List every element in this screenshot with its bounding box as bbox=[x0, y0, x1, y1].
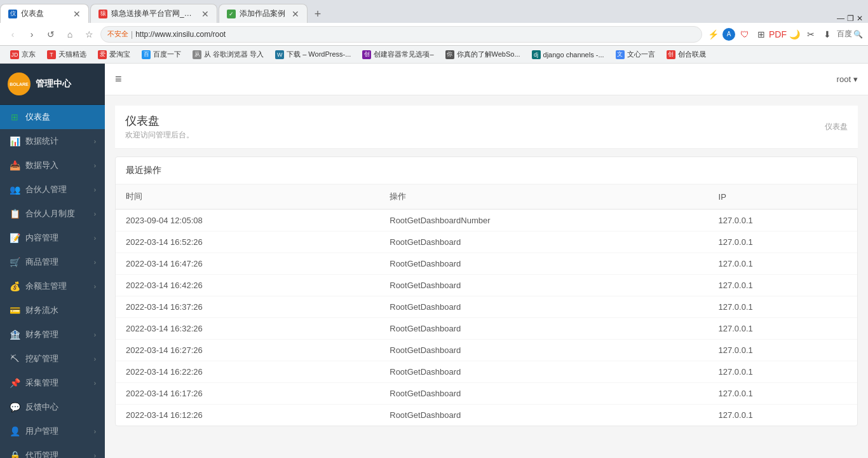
bookmark-django[interactable]: dj django channels -... bbox=[527, 49, 609, 60]
recent-ops-card: 最近操作 时间 操作 IP 2023-09-04 12:05:08 RootGe… bbox=[115, 156, 858, 426]
sidebar-logo: BOLARE 管理中心 bbox=[0, 64, 105, 105]
bookmark-button[interactable]: ☆ bbox=[81, 27, 97, 42]
tab-title-portfolio: 添加作品案例 bbox=[240, 8, 288, 19]
sidebar-item-partner-mgmt[interactable]: 👥 合伙人管理 › bbox=[0, 177, 105, 202]
cell-action: RootGetDashboard bbox=[379, 232, 708, 253]
sidebar-item-finance-flow[interactable]: 💳 财务流水 bbox=[0, 298, 105, 323]
bookmark-icon-wenxin: 文 bbox=[616, 50, 625, 59]
mining-mgmt-icon: ⛏ bbox=[9, 353, 20, 364]
bookmark-chuanghe[interactable]: 创 创合联晟 bbox=[661, 48, 711, 60]
address-bar: ‹ › ↺ ⌂ ☆ 不安全 | http://www.xinsilu.com/r… bbox=[0, 23, 868, 46]
sidebar-item-user-mgmt[interactable]: 👤 用户管理 › bbox=[0, 419, 105, 443]
finance-flow-icon: 💳 bbox=[9, 305, 20, 316]
download-button[interactable]: ⬇ bbox=[820, 27, 834, 41]
page-header: 仪表盘 欢迎访问管理后台。 仪表盘 bbox=[115, 106, 858, 149]
pdf-button[interactable]: PDF bbox=[771, 27, 785, 41]
cell-time: 2022-03-14 16:22:26 bbox=[116, 361, 379, 383]
close-button[interactable]: ✕ bbox=[857, 14, 863, 23]
new-tab-button[interactable]: + bbox=[309, 5, 327, 23]
sidebar-label-mining-mgmt: 挖矿管理 bbox=[25, 353, 94, 364]
sidebar-item-partner-monthly[interactable]: 📋 合伙人月制度 › bbox=[0, 202, 105, 226]
search-engine-selector[interactable]: 百度 🔍 bbox=[837, 29, 863, 39]
sidebar-label-balance-mgmt: 余额主管理 bbox=[25, 281, 94, 292]
sidebar-item-product-mgmt[interactable]: 🛒 商品管理 › bbox=[0, 250, 105, 274]
token-mgmt-icon: 🔒 bbox=[9, 450, 20, 458]
sidebar-item-collect-mgmt[interactable]: 📌 采集管理 › bbox=[0, 371, 105, 395]
sidebar-label-feedback: 反馈中心 bbox=[25, 401, 96, 413]
table-row: 2022-03-14 16:37:26 RootGetDashboard 127… bbox=[116, 296, 857, 318]
cell-ip: 127.0.0.1 bbox=[709, 296, 857, 318]
cell-time: 2022-03-14 16:27:26 bbox=[116, 340, 379, 361]
cell-time: 2022-03-14 16:32:26 bbox=[116, 318, 379, 340]
sidebar-item-token-mgmt[interactable]: 🔒 代币管理 › bbox=[0, 443, 105, 458]
col-ip: IP bbox=[709, 184, 857, 209]
page-title: 仪表盘 bbox=[125, 113, 194, 128]
partner-mgmt-icon: 👥 bbox=[9, 184, 20, 195]
sidebar-item-content-mgmt[interactable]: 📝 内容管理 › bbox=[0, 226, 105, 250]
sidebar-item-mining-mgmt[interactable]: ⛏ 挖矿管理 › bbox=[0, 347, 105, 371]
forward-button[interactable]: › bbox=[24, 27, 39, 42]
feedback-icon: 💬 bbox=[9, 401, 20, 413]
sidebar-label-collect-mgmt: 采集管理 bbox=[25, 377, 94, 389]
menu-toggle-button[interactable]: ≡ bbox=[115, 73, 122, 86]
bookmark-icon-jd: JD bbox=[10, 50, 19, 59]
sidebar-item-dashboard[interactable]: ⊞ 仪表盘 bbox=[0, 105, 105, 129]
finance-mgmt-icon: 🏦 bbox=[9, 329, 20, 340]
tab-close-dashboard[interactable]: ✕ bbox=[73, 9, 81, 19]
bookmark-websocket[interactable]: 你 你真的了解WebSo... bbox=[440, 48, 526, 60]
bookmark-baidu[interactable]: 百 百度一下 bbox=[137, 48, 186, 60]
chevron-right-icon-9: › bbox=[94, 356, 96, 363]
table-head: 时间 操作 IP bbox=[116, 184, 857, 209]
cell-time: 2023-09-04 12:05:08 bbox=[116, 209, 379, 232]
minimize-button[interactable]: — bbox=[837, 14, 844, 23]
reload-button[interactable]: ↺ bbox=[43, 27, 58, 42]
tab-title-dashboard: 仪表盘 bbox=[21, 8, 69, 19]
sidebar-item-finance-mgmt[interactable]: 🏦 财务管理 › bbox=[0, 323, 105, 347]
cell-ip: 127.0.0.1 bbox=[709, 318, 857, 340]
adblock-button[interactable]: 🛡 bbox=[738, 27, 752, 41]
extensions-button[interactable]: ⚡ bbox=[706, 27, 720, 41]
tab-close-baidu[interactable]: ✕ bbox=[201, 9, 209, 19]
bookmark-wenxin[interactable]: 文 文心一言 bbox=[611, 48, 660, 60]
bookmark-wordpress[interactable]: W 下载 – WordPress-... bbox=[270, 48, 356, 60]
profile-button[interactable]: A bbox=[722, 28, 735, 41]
sidebar-item-feedback[interactable]: 💬 反馈中心 bbox=[0, 395, 105, 419]
home-button[interactable]: ⌂ bbox=[62, 27, 78, 42]
bookmark-import[interactable]: 从 从 谷歌浏览器 导入 bbox=[187, 48, 269, 60]
search-icon: 🔍 bbox=[853, 30, 863, 39]
chevron-right-icon-5: › bbox=[94, 235, 96, 242]
browser-tab-baidu[interactable]: 猿 猿急送接单平台官网_百度搜索 ✕ bbox=[90, 4, 217, 23]
table-row: 2022-03-14 16:42:26 RootGetDashboard 127… bbox=[116, 275, 857, 296]
bookmark-taobao[interactable]: 爱 爱淘宝 bbox=[93, 48, 135, 60]
chevron-right-icon-11: › bbox=[94, 428, 96, 435]
chevron-right-icon-2: › bbox=[94, 162, 96, 169]
cell-time: 2022-03-14 16:52:26 bbox=[116, 232, 379, 253]
cell-action: RootGetDashboard bbox=[379, 405, 708, 426]
sidebar-item-balance-mgmt[interactable]: 💰 余额主管理 › bbox=[0, 274, 105, 298]
sidebar-label-data-import: 数据导入 bbox=[25, 160, 94, 171]
user-dropdown[interactable]: root ▾ bbox=[837, 74, 858, 84]
chevron-right-icon: › bbox=[94, 138, 96, 145]
bookmark-label-wordpress: 下载 – WordPress-... bbox=[287, 50, 351, 59]
bookmark-tianmao[interactable]: T 天猫精选 bbox=[42, 48, 92, 60]
cell-ip: 127.0.0.1 bbox=[709, 383, 857, 405]
bookmark-label-import: 从 谷歌浏览器 导入 bbox=[204, 50, 264, 59]
bookmark-docker[interactable]: 创 创建容器常见选项– bbox=[357, 48, 438, 60]
sidebar-item-data-import[interactable]: 📥 数据导入 › bbox=[0, 153, 105, 177]
restore-button[interactable]: ❐ bbox=[847, 14, 854, 23]
logo-initials: BOLARE bbox=[10, 82, 29, 87]
tab-close-portfolio[interactable]: ✕ bbox=[292, 9, 299, 19]
table-row: 2022-03-14 16:32:26 RootGetDashboard 127… bbox=[116, 318, 857, 340]
sidebar-item-data-stats[interactable]: 📊 数据统计 › bbox=[0, 129, 105, 153]
col-action: 操作 bbox=[379, 184, 708, 209]
browser-tab-dashboard[interactable]: 仪 仪表盘 ✕ bbox=[0, 4, 89, 23]
chevron-right-icon-10: › bbox=[94, 380, 96, 387]
url-input[interactable]: 不安全 | http://www.xinsilu.com/root bbox=[100, 26, 702, 43]
bookmark-jd[interactable]: JD 京东 bbox=[5, 48, 41, 60]
dark-mode-button[interactable]: 🌙 bbox=[787, 27, 801, 41]
browser-tab-portfolio[interactable]: ✓ 添加作品案例 ✕ bbox=[219, 4, 308, 23]
screenshot-button[interactable]: ✂ bbox=[804, 27, 818, 41]
sidebar-label-partner-monthly: 合伙人月制度 bbox=[25, 208, 94, 219]
apps-button[interactable]: ⊞ bbox=[754, 27, 768, 41]
back-button[interactable]: ‹ bbox=[5, 27, 20, 42]
